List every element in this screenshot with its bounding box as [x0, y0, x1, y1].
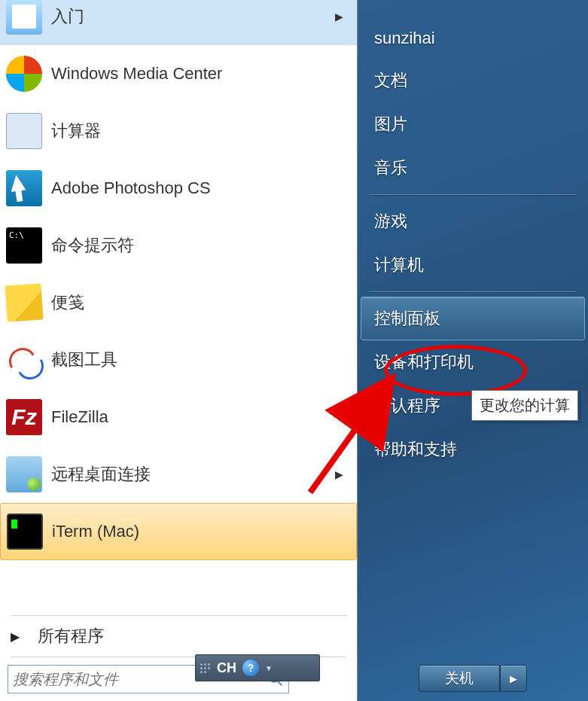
- program-label: 命令提示符: [51, 234, 351, 257]
- all-programs-arrow-icon: ▶: [11, 629, 20, 644]
- separator: [370, 291, 576, 292]
- program-label: iTerm (Mac): [52, 522, 350, 541]
- program-item-iterm[interactable]: iTerm (Mac): [0, 503, 357, 560]
- snipping-tool-icon: [6, 342, 42, 378]
- help-support-link[interactable]: 帮助和支持: [358, 428, 588, 471]
- program-item-photoshop[interactable]: Adobe Photoshop CS: [0, 160, 357, 217]
- ime-help-icon[interactable]: ?: [242, 660, 259, 676]
- program-item-intro[interactable]: 入门 ▶: [0, 0, 357, 45]
- programs-list: UC浏览器 ▶ 入门 ▶ Windows Media Center 计算器 Ad…: [0, 0, 357, 614]
- calculator-icon: [6, 113, 42, 149]
- tooltip: 更改您的计算: [471, 390, 578, 421]
- photoshop-icon: [6, 170, 42, 206]
- program-label: Windows Media Center: [51, 64, 351, 84]
- ime-grip-icon[interactable]: [200, 659, 211, 677]
- program-label: 截图工具: [51, 349, 351, 371]
- program-label: Adobe Photoshop CS: [51, 178, 351, 198]
- command-prompt-icon: [6, 227, 42, 264]
- ime-language-label[interactable]: CH: [217, 660, 236, 676]
- windows-media-center-icon: [6, 56, 42, 92]
- submenu-arrow-icon: ▶: [335, 468, 343, 480]
- submenu-arrow-icon: ▶: [335, 11, 343, 23]
- program-label: FileZilla: [51, 407, 351, 427]
- start-menu: UC浏览器 ▶ 入门 ▶ Windows Media Center 计算器 Ad…: [0, 0, 588, 701]
- svg-line-1: [278, 681, 282, 686]
- iterm-icon: [7, 514, 43, 550]
- program-label: 计算器: [51, 120, 351, 142]
- start-menu-left-panel: UC浏览器 ▶ 入门 ▶ Windows Media Center 计算器 Ad…: [0, 0, 358, 701]
- start-menu-right-panel: sunzihai 文档 图片 音乐 游戏 计算机 控制面板 设备和打印机 默认程…: [358, 0, 588, 701]
- games-link[interactable]: 游戏: [358, 200, 588, 243]
- all-programs-label: 所有程序: [38, 625, 104, 648]
- program-item-sticky-notes[interactable]: 便笺: [0, 274, 357, 331]
- program-item-calculator[interactable]: 计算器: [0, 102, 357, 160]
- remote-desktop-icon: [6, 456, 42, 492]
- program-item-rdp[interactable]: 远程桌面连接 ▶: [0, 446, 357, 503]
- documents-link[interactable]: 文档: [358, 59, 588, 102]
- program-label: 入门: [51, 5, 335, 28]
- music-link[interactable]: 音乐: [358, 146, 588, 190]
- control-panel-link[interactable]: 控制面板: [361, 297, 585, 340]
- pictures-link[interactable]: 图片: [358, 102, 588, 146]
- program-item-snipping-tool[interactable]: 截图工具: [0, 331, 357, 389]
- program-item-filezilla[interactable]: Fz FileZilla: [0, 389, 357, 446]
- sticky-notes-icon: [5, 283, 43, 322]
- ime-dropdown-icon[interactable]: ▼: [265, 664, 273, 672]
- separator: [370, 194, 576, 195]
- filezilla-icon: Fz: [6, 399, 42, 435]
- program-label: 远程桌面连接: [51, 463, 335, 486]
- all-programs-button[interactable]: ▶ 所有程序: [0, 617, 357, 655]
- program-item-wmc[interactable]: Windows Media Center: [0, 45, 357, 102]
- computer-link[interactable]: 计算机: [358, 243, 588, 287]
- user-folder-link[interactable]: sunzihai: [358, 18, 588, 59]
- shutdown-options-button[interactable]: ▶: [500, 665, 527, 692]
- devices-printers-link[interactable]: 设备和打印机: [358, 340, 588, 384]
- getting-started-icon: [6, 0, 42, 35]
- shutdown-group: 关机 ▶: [358, 665, 588, 692]
- divider: [11, 615, 346, 616]
- search-row: CH ? ▼: [0, 659, 357, 701]
- shutdown-button[interactable]: 关机: [419, 665, 500, 692]
- program-item-cmd[interactable]: 命令提示符: [0, 217, 357, 274]
- ime-language-bar[interactable]: CH ? ▼: [195, 654, 320, 681]
- program-label: 便笺: [51, 291, 351, 314]
